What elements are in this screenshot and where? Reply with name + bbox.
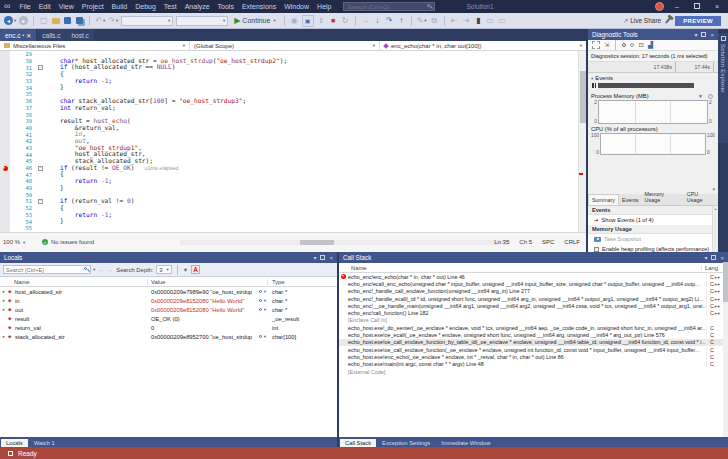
menu-item-test[interactable]: Test (160, 3, 181, 10)
menu-item-extensions[interactable]: Extensions (238, 3, 280, 10)
show-next-statement-icon[interactable]: → (361, 15, 370, 27)
editor-horizontal-scrollbar[interactable] (180, 240, 510, 245)
take-snapshot-button[interactable]: Take Snapshot (588, 234, 718, 244)
menu-item-file[interactable]: File (15, 3, 34, 10)
scrollbar-thumb[interactable] (300, 240, 334, 245)
spaces-indicator[interactable]: SPC (542, 239, 554, 245)
call-stack-row[interactable]: [Enclave Call In] (339, 317, 728, 324)
locals-row[interactable]: ◆return_val0int (0, 323, 337, 332)
expand-icon[interactable]: ▸ (0, 334, 8, 339)
issues-indicator[interactable]: ✔ No issues found (42, 239, 94, 245)
zoom-in-icon[interactable] (622, 43, 626, 47)
menu-item-build[interactable]: Build (108, 3, 132, 10)
step-into-icon[interactable]: ↓ (373, 15, 382, 27)
timeline-ruler[interactable]: 17.438s17.44s (588, 62, 718, 73)
diagnostic-tools-header[interactable]: Diagnostic Tools ▾ × (588, 29, 718, 40)
call-stack-row[interactable]: [External Code] (339, 368, 728, 375)
line-ending-indicator[interactable]: CRLF (564, 239, 580, 245)
menu-item-window[interactable]: Window (280, 3, 313, 10)
code-line[interactable]: 54 } (0, 218, 578, 225)
bottom-tab-watch-1[interactable]: Watch 1 (29, 439, 60, 447)
name-column-header[interactable]: Name (0, 279, 148, 285)
menu-item-debug[interactable]: Debug (131, 3, 160, 10)
show-diagnostics-icon[interactable]: ▣ (302, 15, 314, 27)
tab-enc-c[interactable]: enc.c•✕ (0, 29, 36, 41)
project-dropdown[interactable]: Miscellaneous Files ▾ (0, 41, 190, 50)
code-line[interactable]: 48 return -1; (0, 178, 578, 185)
code-line[interactable]: 53 return -1; (0, 212, 578, 219)
call-stack-scrollbar[interactable] (723, 262, 728, 437)
call-stack-row[interactable]: echo_host.exe!enc_echo(_oe_enclave * enc… (339, 353, 728, 360)
menu-item-project[interactable]: Project (78, 3, 108, 10)
expand-icon[interactable]: ▸ (0, 307, 8, 312)
maximize-button[interactable] (690, 3, 704, 10)
preview-button[interactable]: PREVIEW (675, 16, 721, 26)
account-avatar[interactable] (655, 2, 664, 11)
bottom-tab-immediate-window[interactable]: Immediate Window (436, 439, 495, 447)
bottom-tab-exception-settings[interactable]: Exception Settings (377, 439, 435, 447)
close-tab-icon[interactable]: ✕ (26, 32, 31, 39)
text-visualizer-icon[interactable]: ▾ (252, 334, 268, 339)
close-icon[interactable]: × (710, 32, 714, 38)
type-column-header[interactable]: Type (268, 279, 337, 285)
expand-icon[interactable]: ▸ (0, 298, 8, 303)
collapse-icon[interactable] (38, 199, 43, 204)
bottom-tab-call-stack[interactable]: Call Stack (340, 439, 376, 447)
pause-icon[interactable]: ‖ (317, 15, 326, 27)
memory-section-label[interactable]: Process Memory (MB) ▼ i (588, 91, 718, 100)
value-column-header[interactable]: Value (148, 279, 268, 285)
call-stack-row[interactable]: echo_host.exe!main(int argc, const char … (339, 361, 728, 368)
select-tool-icon[interactable] (592, 41, 600, 49)
expand-icon[interactable]: ▸ (0, 289, 8, 294)
close-icon[interactable]: × (720, 255, 724, 261)
code-line[interactable]: 55 (0, 225, 578, 232)
diag-tab-events[interactable]: Events (619, 195, 641, 205)
editor-vertical-scrollbar[interactable] (578, 51, 586, 232)
undo-icon[interactable]: ↶▾ (95, 15, 105, 27)
menu-item-edit[interactable]: Edit (35, 3, 55, 10)
scope-dropdown[interactable]: (Global Scope) ▾ (190, 41, 380, 50)
cpu-graph[interactable]: 1000 1000 (588, 133, 718, 155)
menu-item-help[interactable]: Help (313, 3, 335, 10)
redo-icon[interactable]: ↷▾ (108, 15, 118, 27)
call-stack-row[interactable]: echo_enc!_handle_ecall(_td * td, unsigne… (339, 295, 728, 302)
navigate-forward-icon[interactable]: ▸ (19, 15, 28, 27)
tab-host-c[interactable]: host.c (66, 29, 93, 41)
comment-icon[interactable]: ▭ (486, 15, 495, 27)
call-stack-row[interactable]: echo_enc!_handle_call_enclave_function(u… (339, 288, 728, 295)
fold-margin[interactable] (36, 65, 45, 70)
open-folder-icon[interactable] (51, 15, 60, 27)
code-line[interactable]: 46 if (result != OE_OK)≤1ms elapsed (0, 165, 578, 172)
minimize-button[interactable]: – (670, 3, 684, 10)
text-visualizer-icon[interactable]: ▾ (252, 298, 268, 303)
background-task-icon[interactable] (8, 451, 13, 456)
zoom-control[interactable]: 100 %▾ (3, 239, 25, 245)
solution-configurations-dropdown[interactable]: ▾ (121, 16, 173, 26)
chart-icon[interactable]: ▟ (648, 41, 653, 49)
scroll-up-icon[interactable]: ▴ (714, 206, 716, 211)
member-dropdown[interactable]: enc_echo(char * in, char out[100]) ▾ (380, 41, 586, 50)
locals-row[interactable]: ▸◆host_allocated_str0x00000209e7989e90 "… (0, 287, 337, 296)
reset-view-icon[interactable]: ⊡ (638, 41, 643, 49)
code-line[interactable]: 34 } (0, 84, 578, 91)
export-icon[interactable]: ⇲ (604, 41, 609, 49)
close-button[interactable]: × (710, 3, 724, 10)
code-line[interactable]: 33 return -1; (0, 78, 578, 85)
collapse-icon[interactable] (38, 166, 43, 171)
menu-item-tools[interactable]: Tools (214, 3, 238, 10)
navigate-back-icon[interactable]: ◂▾ (4, 15, 16, 27)
breakpoint-settings-icon[interactable]: ◉ (290, 15, 299, 27)
scrollbar-thumb[interactable] (723, 262, 728, 302)
scrollbar-thumb[interactable] (580, 71, 586, 123)
fold-margin[interactable] (36, 199, 45, 204)
locals-row[interactable]: ▸◆in0x00000209e8152080 "Hello World"▾cha… (0, 296, 337, 305)
show-events-link[interactable]: ➜ Show Events (1 of 4) (588, 215, 718, 225)
call-stack-row[interactable]: echo_enc!enc_echo(char * in, char * out)… (339, 273, 728, 280)
zoom-out-icon[interactable] (630, 43, 634, 47)
bookmark-icon[interactable]: ▮ (474, 15, 483, 27)
new-file-icon[interactable]: ▢ (39, 15, 48, 27)
stop-debugging-icon[interactable]: ■ (329, 15, 338, 27)
locals-row[interactable]: ◆resultOE_OK (0)_oe_result (0, 314, 337, 323)
window-menu-icon[interactable]: ▾ (313, 254, 316, 261)
call-stack-row[interactable]: echo_host.exe!oe_call_enclave_function(_… (339, 346, 728, 353)
